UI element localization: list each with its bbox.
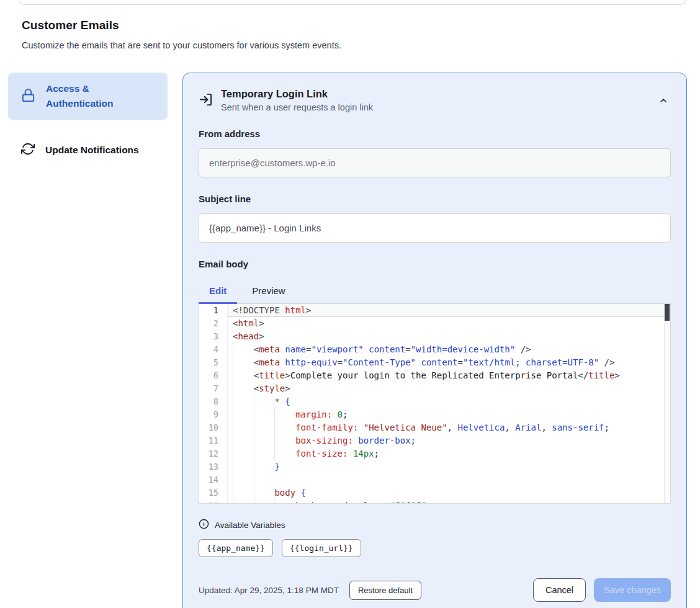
collapse-panel-button[interactable] — [656, 93, 671, 110]
panel-footer: Updated: Apr 29, 2025, 1:18 PM MDT Resto… — [199, 578, 671, 602]
editor-line[interactable]: 3<head> — [199, 330, 670, 343]
lock-icon — [21, 88, 35, 105]
sidebar-item-label: Access & Authentication — [46, 81, 127, 111]
editor-line[interactable]: 10 font-family: "Helvetica Neue", Helvet… — [199, 421, 670, 434]
editor-line[interactable]: 11 box-sizing: border-box; — [199, 434, 670, 447]
sidebar-item-label: Update Notifications — [45, 145, 139, 156]
tab-preview[interactable]: Preview — [241, 280, 295, 304]
subject-line-label: Subject line — [199, 194, 671, 204]
panel-subtitle: Sent when a user requests a login link — [221, 102, 656, 112]
variable-chip-app-name[interactable]: {{app_name}} — [199, 539, 273, 557]
previous-card-bottom-edge — [19, 0, 686, 5]
email-types-sidebar: Access & Authentication Update Notificat… — [8, 73, 168, 167]
from-address-input[interactable] — [199, 148, 671, 177]
editor-line[interactable]: 16 background-color: #f6f6f6; — [199, 499, 670, 504]
page-subtitle: Customize the emails that are sent to yo… — [22, 40, 700, 50]
editor-line[interactable]: 12 font-size: 14px; — [199, 447, 670, 460]
available-variables-label: Available Variables — [215, 521, 285, 530]
editor-line[interactable]: 8 * { — [199, 395, 670, 408]
save-changes-button[interactable]: Save changes — [594, 578, 671, 602]
editor-line[interactable]: 14 — [199, 473, 670, 486]
panel-title: Temporary Login Link — [221, 88, 656, 100]
editor-line[interactable]: 7 <style> — [199, 382, 670, 395]
editor-line[interactable]: 13 } — [199, 460, 670, 473]
editor-scrollbar-thumb[interactable] — [665, 304, 670, 321]
variable-chips: {{app_name}} {{login_url}} — [199, 539, 671, 557]
email-body-label: Email body — [199, 259, 671, 269]
email-body-tabs: Edit Preview — [199, 280, 671, 304]
sidebar-item-update-notifications[interactable]: Update Notifications — [8, 133, 168, 167]
code-editor[interactable]: 1<!DOCTYPE html>2<html>3<head>4 <meta na… — [199, 304, 671, 504]
chevron-up-icon — [658, 98, 668, 107]
editor-scrollbar[interactable] — [664, 304, 670, 503]
log-in-icon — [199, 92, 213, 109]
editor-line[interactable]: 15 body { — [199, 486, 670, 499]
info-icon — [199, 519, 209, 531]
editor-line[interactable]: 4 <meta name="viewport" content="width=d… — [199, 343, 670, 356]
sync-icon — [21, 142, 35, 158]
sidebar-item-access-authentication[interactable]: Access & Authentication — [8, 73, 168, 120]
tab-edit[interactable]: Edit — [199, 280, 237, 304]
temporary-login-link-panel: Temporary Login Link Sent when a user re… — [182, 73, 687, 608]
editor-line[interactable]: 2<html> — [199, 317, 670, 330]
page-header: Customer Emails Customize the emails tha… — [0, 0, 700, 50]
code-editor-lines: 1<!DOCTYPE html>2<html>3<head>4 <meta na… — [199, 304, 670, 504]
available-variables-header: Available Variables — [199, 519, 671, 531]
from-address-label: From address — [199, 128, 671, 139]
restore-default-button[interactable]: Restore default — [349, 581, 421, 600]
variable-chip-login-url[interactable]: {{login_url}} — [282, 539, 361, 557]
panel-header: Temporary Login Link Sent when a user re… — [199, 88, 671, 112]
editor-line[interactable]: 1<!DOCTYPE html> — [199, 304, 670, 317]
page-title: Customer Emails — [22, 19, 700, 32]
updated-timestamp: Updated: Apr 29, 2025, 1:18 PM MDT — [199, 586, 339, 595]
subject-line-input[interactable] — [199, 213, 671, 243]
editor-line[interactable]: 5 <meta http-equiv="Content-Type" conten… — [199, 356, 670, 369]
editor-line[interactable]: 9 margin: 0; — [199, 408, 670, 421]
cancel-button[interactable]: Cancel — [533, 578, 586, 602]
editor-line[interactable]: 6 <title>Complete your login to the Repl… — [199, 369, 670, 382]
